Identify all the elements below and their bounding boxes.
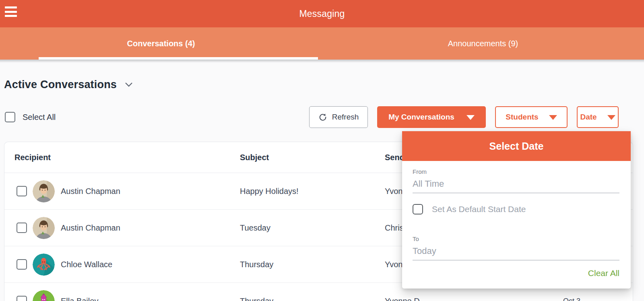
default-start-date-label: Set As Default Start Date bbox=[432, 204, 526, 214]
row-checkbox[interactable] bbox=[17, 186, 27, 196]
app-header: Messaging bbox=[0, 0, 644, 27]
subject-text: Tuesday bbox=[240, 223, 385, 233]
from-date-input[interactable]: All Time bbox=[413, 179, 619, 193]
subject-text: Thursday bbox=[240, 260, 385, 269]
caret-down-icon bbox=[466, 115, 475, 120]
select-date-title: Select Date bbox=[402, 131, 631, 161]
boy-avatar bbox=[33, 217, 55, 239]
date-dropdown[interactable]: Date bbox=[577, 106, 619, 128]
my-conversations-dropdown[interactable]: My Conversations bbox=[377, 106, 486, 128]
tab-announcements-label: Announcements (9) bbox=[448, 39, 518, 48]
select-all-checkbox[interactable] bbox=[5, 112, 15, 122]
students-label: Students bbox=[506, 113, 538, 122]
row-checkbox[interactable] bbox=[17, 259, 27, 270]
tab-announcements[interactable]: Announcements (9) bbox=[322, 27, 644, 60]
recipient-name: Ella Bailey bbox=[61, 297, 98, 301]
select-date-popup: Select Date From All Time Set As Default… bbox=[402, 131, 631, 289]
recipient-name: Austin Chapman bbox=[61, 187, 120, 196]
caret-down-icon bbox=[607, 115, 615, 120]
subject-text: Happy Holidays! bbox=[240, 187, 385, 196]
column-subject: Subject bbox=[240, 153, 385, 162]
app-title: Messaging bbox=[299, 8, 345, 19]
recipient-name: Chloe Wallace bbox=[61, 260, 112, 269]
column-recipient: Recipient bbox=[4, 153, 240, 162]
sent-date: Oct 3 bbox=[552, 297, 633, 301]
to-label: To bbox=[413, 235, 619, 242]
chevron-down-icon[interactable] bbox=[125, 82, 133, 87]
tab-conversations-label: Conversations (4) bbox=[127, 39, 195, 48]
refresh-button[interactable]: Refresh bbox=[309, 106, 368, 128]
select-all[interactable]: Select All bbox=[5, 112, 56, 122]
from-label: From bbox=[413, 168, 619, 175]
sender-text: Yvonne D. bbox=[385, 297, 552, 301]
tab-bar: Conversations (4) Announcements (9) bbox=[0, 27, 644, 60]
row-checkbox[interactable] bbox=[17, 296, 27, 301]
recipient-name: Austin Chapman bbox=[61, 223, 120, 233]
tab-conversations[interactable]: Conversations (4) bbox=[0, 27, 322, 60]
caret-down-icon bbox=[549, 115, 557, 120]
row-checkbox[interactable] bbox=[17, 223, 27, 233]
boy-avatar bbox=[33, 180, 55, 202]
subject-text: Thursday bbox=[240, 297, 385, 301]
students-dropdown[interactable]: Students bbox=[495, 106, 568, 128]
clear-all-button[interactable]: Clear All bbox=[413, 268, 619, 278]
page-title: Active Conversations bbox=[4, 78, 117, 91]
default-start-date-option[interactable]: Set As Default Start Date bbox=[413, 204, 619, 214]
refresh-label: Refresh bbox=[332, 113, 359, 122]
hamburger-menu-icon[interactable] bbox=[5, 6, 17, 17]
refresh-icon bbox=[318, 113, 327, 122]
select-all-label: Select All bbox=[23, 113, 56, 122]
octopus-avatar bbox=[33, 254, 55, 276]
my-conversations-label: My Conversations bbox=[388, 113, 454, 122]
default-start-date-checkbox[interactable] bbox=[413, 204, 423, 214]
date-label: Date bbox=[580, 113, 597, 122]
tabbar-shadow bbox=[0, 60, 644, 63]
to-date-input[interactable]: Today bbox=[413, 246, 619, 260]
squid-avatar bbox=[33, 290, 55, 301]
